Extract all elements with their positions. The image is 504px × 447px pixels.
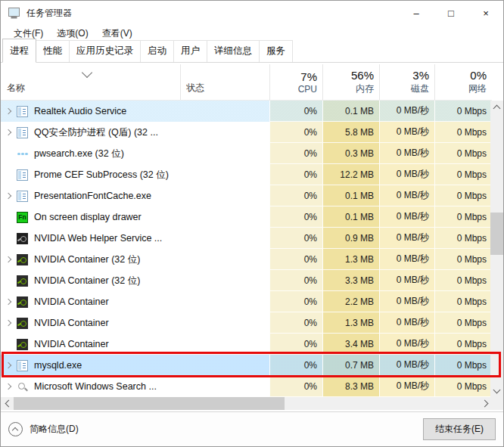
process-row[interactable]: NVIDIA Container (32 位) 0% 1.3 MB 0 MB/秒… xyxy=(1,249,492,270)
expand-chevron-icon[interactable] xyxy=(4,381,14,392)
process-row[interactable]: PresentationFontCache.exe 0% 0.1 MB 0 MB… xyxy=(1,185,492,206)
expand-chevron-icon[interactable] xyxy=(4,318,14,328)
column-header-status[interactable]: 状态 xyxy=(180,64,269,100)
expand-chevron-icon xyxy=(4,233,14,244)
horizontal-scrollbar-thumb[interactable] xyxy=(14,397,285,410)
column-header-cpu[interactable]: 7% CPU xyxy=(269,64,322,100)
nvidia-icon xyxy=(17,296,28,308)
tab-services[interactable]: 服务 xyxy=(259,40,293,62)
scroll-up-arrow-icon[interactable] xyxy=(490,101,503,113)
minimize-button[interactable]: – xyxy=(399,1,434,25)
column-header-disk[interactable]: 3% 磁盘 xyxy=(379,64,434,100)
app-window-icon xyxy=(17,106,28,117)
process-name: QQ安全防护进程 (Q盾) (32 ... xyxy=(34,126,158,139)
tab-performance[interactable]: 性能 xyxy=(36,40,70,62)
memory-cell: 0.9 MB xyxy=(322,228,379,249)
tab-processes[interactable]: 进程 xyxy=(2,39,36,63)
tab-app-history[interactable]: 应用历史记录 xyxy=(69,40,141,62)
process-row[interactable]: Realtek Audio Service 0% 0.1 MB 0 MB/秒 0… xyxy=(1,101,492,122)
memory-cell: 5.8 MB xyxy=(322,122,379,143)
network-cell: 0 Mbps xyxy=(434,101,492,122)
expand-chevron-icon[interactable] xyxy=(4,127,14,138)
process-row[interactable]: Prome CEF SubProcess (32 位) 0% 12.2 MB 0… xyxy=(1,164,492,185)
tab-users[interactable]: 用户 xyxy=(173,40,207,62)
nvidia-icon xyxy=(17,275,28,287)
disk-cell: 0 MB/秒 xyxy=(379,228,434,249)
expand-chevron-icon[interactable] xyxy=(4,360,14,371)
cpu-cell: 0% xyxy=(269,185,322,206)
scroll-left-arrow-icon[interactable] xyxy=(1,397,14,410)
memory-total-percent: 56% xyxy=(351,69,374,82)
task-manager-window: 任务管理器 – □ × 文件(F) 选项(O) 查看(V) 进程 性能 应用历史… xyxy=(0,0,504,447)
column-header-name[interactable]: 名称 xyxy=(1,64,180,100)
name-cell: PresentationFontCache.exe xyxy=(1,185,180,206)
vertical-scrollbar[interactable] xyxy=(490,101,503,397)
process-row[interactable]: mysqld.exe 0% 0.7 MB 0 MB/秒 0 Mbps xyxy=(1,355,492,376)
fewer-details-toggle[interactable]: 简略信息(D) xyxy=(8,422,79,436)
tab-bar: 进程 性能 应用历史记录 启动 用户 详细信息 服务 xyxy=(1,42,503,63)
vertical-scrollbar-thumb[interactable] xyxy=(490,213,503,255)
name-cell: NVIDIA Container xyxy=(1,312,180,334)
network-cell: 0 Mbps xyxy=(434,291,492,312)
column-header-memory[interactable]: 56% 内存 xyxy=(322,64,379,100)
name-cell: NVIDIA Container (32 位) xyxy=(1,270,180,291)
expand-chevron-icon[interactable] xyxy=(4,296,14,307)
process-row[interactable]: pwsearch.exe (32 位) 0% 0.3 MB 0 MB/秒 0 M… xyxy=(1,143,492,164)
cpu-cell: 0% xyxy=(269,312,322,334)
memory-cell: 3.3 MB xyxy=(322,270,379,291)
process-row[interactable]: NVIDIA Container (32 位) 0% 3.3 MB 0 MB/秒… xyxy=(1,270,492,291)
disk-cell: 0 MB/秒 xyxy=(379,249,434,270)
process-name: Realtek Audio Service xyxy=(34,106,126,116)
maximize-button[interactable]: □ xyxy=(434,1,468,25)
close-button[interactable]: × xyxy=(468,1,503,25)
app-window-icon xyxy=(17,360,28,371)
network-cell: 0 Mbps xyxy=(434,312,492,334)
process-row[interactable]: NVIDIA Web Helper Service ... 0% 0.9 MB … xyxy=(1,228,492,249)
name-cell: mysqld.exe xyxy=(1,355,180,376)
disk-cell: 0 MB/秒 xyxy=(379,101,434,122)
nvidia-icon xyxy=(17,318,28,329)
process-row[interactable]: Microsoft Windows Search ... 0% 8.3 MB 0… xyxy=(1,376,492,397)
tab-details[interactable]: 详细信息 xyxy=(207,40,260,62)
process-name: mysqld.exe xyxy=(34,360,82,371)
expand-chevron-icon[interactable] xyxy=(4,191,14,201)
status-cell xyxy=(180,291,269,312)
network-cell: 0 Mbps xyxy=(434,164,492,185)
network-cell: 0 Mbps xyxy=(434,206,492,228)
network-cell: 0 Mbps xyxy=(434,143,492,164)
process-row[interactable]: NVIDIA Container 0% 2.2 MB 0 MB/秒 0 Mbps xyxy=(1,291,492,312)
status-cell xyxy=(180,376,269,397)
process-name: PresentationFontCache.exe xyxy=(34,191,151,201)
disk-cell: 0 MB/秒 xyxy=(379,291,434,312)
cpu-cell: 0% xyxy=(269,355,322,376)
column-header-network[interactable]: 0% 网络 xyxy=(434,64,492,100)
cpu-cell: 0% xyxy=(269,249,322,270)
expand-chevron-icon[interactable] xyxy=(4,254,14,265)
tab-startup[interactable]: 启动 xyxy=(140,40,174,62)
cpu-cell: 0% xyxy=(269,122,322,143)
memory-cell: 0.1 MB xyxy=(322,185,379,206)
expand-chevron-icon xyxy=(4,148,14,159)
disk-cell: 0 MB/秒 xyxy=(379,376,434,397)
status-cell xyxy=(180,164,269,185)
disk-total-percent: 3% xyxy=(412,69,429,82)
chevron-up-circle-icon xyxy=(8,422,23,436)
status-cell xyxy=(180,312,269,334)
cpu-cell: 0% xyxy=(269,291,322,312)
memory-cell: 0.1 MB xyxy=(322,206,379,228)
end-task-button[interactable]: 结束任务(E) xyxy=(423,418,496,440)
process-row[interactable]: Fn On screen display drawer 0% 0.1 MB 0 … xyxy=(1,206,492,228)
network-cell: 0 Mbps xyxy=(434,334,492,355)
process-row[interactable]: QQ安全防护进程 (Q盾) (32 ... 0% 5.8 MB 0 MB/秒 0… xyxy=(1,122,492,143)
scroll-down-arrow-icon[interactable] xyxy=(490,384,503,397)
network-cell: 0 Mbps xyxy=(434,185,492,206)
name-cell: Prome CEF SubProcess (32 位) xyxy=(1,164,180,185)
expand-chevron-icon[interactable] xyxy=(4,106,14,116)
process-row[interactable]: NVIDIA Container 0% 3.4 MB 0 MB/秒 0 Mbps xyxy=(1,334,492,355)
process-row[interactable]: NVIDIA Container 0% 1.3 MB 0 MB/秒 0 Mbps xyxy=(1,312,492,334)
cpu-cell: 0% xyxy=(269,101,322,122)
name-cell: NVIDIA Container (32 位) xyxy=(1,249,180,270)
horizontal-scrollbar[interactable] xyxy=(1,397,492,410)
memory-cell: 0.1 MB xyxy=(322,101,379,122)
network-cell: 0 Mbps xyxy=(434,355,492,376)
